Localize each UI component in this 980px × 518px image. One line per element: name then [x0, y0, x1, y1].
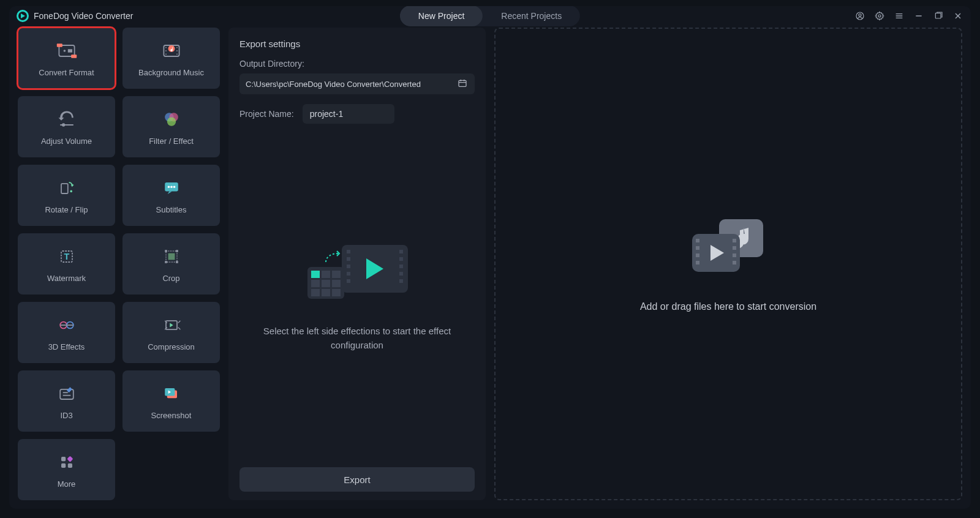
- content-area: Convert Format Background Music Adjust V…: [9, 25, 971, 509]
- titlebar: FoneDog Video Converter New Project Rece…: [9, 6, 971, 25]
- tool-compression[interactable]: Compression: [123, 302, 220, 363]
- svg-rect-75: [322, 280, 330, 287]
- compression-icon: [160, 314, 183, 336]
- svg-rect-71: [311, 271, 320, 278]
- gear-icon[interactable]: [874, 10, 885, 21]
- drop-zone[interactable]: Add or drag files here to start conversi…: [494, 28, 962, 500]
- tool-label: Crop: [162, 274, 179, 283]
- svg-rect-46: [60, 389, 74, 399]
- convert-format-icon: [56, 40, 78, 62]
- tool-id3[interactable]: ID3: [18, 370, 115, 432]
- browse-folder-icon[interactable]: [458, 78, 469, 89]
- tool-label: Compression: [148, 342, 195, 351]
- tool-label: Screenshot: [151, 411, 192, 420]
- svg-rect-52: [67, 456, 73, 462]
- minimize-icon[interactable]: [913, 10, 924, 21]
- svg-rect-78: [322, 289, 330, 296]
- tool-3d-effects[interactable]: 3D Effects: [18, 302, 115, 363]
- svg-rect-14: [71, 54, 77, 58]
- tool-more[interactable]: More: [18, 439, 115, 500]
- tool-label: 3D Effects: [48, 342, 85, 351]
- project-name-label: Project Name:: [239, 109, 294, 119]
- empty-state-text: Select the left side effections to start…: [259, 325, 455, 352]
- svg-rect-38: [165, 250, 167, 252]
- svg-rect-65: [399, 250, 403, 253]
- svg-rect-82: [696, 239, 699, 242]
- tool-label: Watermark: [47, 274, 86, 283]
- header-tabs: New Project Recent Projects: [400, 6, 580, 26]
- svg-point-32: [170, 186, 173, 188]
- app-window: FoneDog Video Converter New Project Rece…: [9, 6, 971, 509]
- more-icon: [56, 451, 78, 473]
- background-music-icon: [160, 40, 183, 62]
- svg-point-19: [176, 47, 178, 48]
- tool-background-music[interactable]: Background Music: [123, 28, 220, 89]
- export-heading: Export settings: [239, 39, 475, 49]
- svg-point-17: [165, 50, 167, 51]
- maximize-icon[interactable]: [933, 10, 944, 21]
- tool-label: ID3: [60, 411, 72, 420]
- tool-rotate-flip[interactable]: Rotate / Flip: [18, 165, 115, 226]
- tool-watermark[interactable]: T Watermark: [18, 233, 115, 295]
- svg-rect-28: [61, 183, 68, 193]
- tool-filter-effect[interactable]: Filter / Effect: [123, 96, 220, 157]
- svg-rect-72: [322, 271, 330, 278]
- tool-adjust-volume[interactable]: Adjust Volume: [18, 96, 115, 157]
- close-icon[interactable]: [952, 10, 963, 21]
- subtitles-icon: [160, 177, 183, 199]
- tool-label: Subtitles: [156, 205, 187, 214]
- screenshot-icon: [160, 383, 183, 405]
- crop-icon: [160, 246, 183, 268]
- tool-label: Filter / Effect: [149, 137, 194, 146]
- svg-rect-13: [56, 43, 62, 47]
- tool-label: Adjust Volume: [41, 137, 92, 146]
- svg-point-24: [61, 123, 64, 126]
- svg-point-33: [173, 186, 175, 188]
- svg-rect-41: [176, 261, 178, 263]
- 3d-effects-icon: [56, 314, 78, 336]
- tool-screenshot[interactable]: Screenshot: [123, 370, 220, 432]
- svg-point-0: [856, 12, 864, 20]
- svg-rect-51: [61, 457, 66, 461]
- svg-rect-55: [459, 80, 466, 86]
- svg-text:T: T: [64, 251, 69, 261]
- output-dir-input[interactable]: C:\Users\pc\FoneDog Video Converter\Conv…: [239, 73, 475, 94]
- svg-rect-53: [61, 463, 66, 467]
- svg-rect-69: [399, 279, 403, 283]
- svg-point-20: [176, 50, 178, 51]
- svg-rect-87: [733, 246, 736, 250]
- tool-crop[interactable]: Crop: [123, 233, 220, 295]
- svg-rect-60: [347, 250, 350, 253]
- output-dir-label: Output Directory:: [239, 59, 475, 69]
- menu-icon[interactable]: [894, 10, 905, 21]
- id3-icon: [56, 383, 78, 405]
- tool-subtitles[interactable]: Subtitles: [123, 165, 220, 226]
- tab-new-project[interactable]: New Project: [400, 6, 483, 26]
- svg-point-11: [63, 50, 66, 52]
- svg-rect-84: [696, 253, 699, 257]
- svg-rect-85: [696, 261, 699, 265]
- window-controls: [854, 10, 963, 21]
- svg-rect-74: [311, 280, 320, 287]
- tab-recent-projects[interactable]: Recent Projects: [483, 6, 580, 26]
- drop-zone-icon: [688, 216, 768, 279]
- export-button[interactable]: Export: [239, 467, 475, 492]
- user-icon[interactable]: [854, 10, 865, 21]
- svg-rect-73: [332, 271, 341, 278]
- svg-rect-12: [67, 49, 72, 52]
- svg-rect-54: [67, 463, 72, 467]
- svg-rect-77: [311, 289, 320, 296]
- tool-convert-format[interactable]: Convert Format: [18, 28, 115, 89]
- svg-rect-76: [332, 280, 341, 287]
- rotate-flip-icon: [56, 177, 78, 199]
- drop-zone-text: Add or drag files here to start conversi…: [640, 301, 816, 312]
- svg-rect-67: [399, 265, 403, 268]
- empty-state: Select the left side effections to start…: [239, 124, 475, 460]
- svg-point-31: [167, 186, 170, 188]
- app-title: FoneDog Video Converter: [34, 11, 133, 21]
- project-name-input[interactable]: project-1: [303, 104, 394, 124]
- svg-rect-39: [176, 250, 178, 252]
- svg-point-2: [878, 15, 881, 17]
- svg-rect-79: [332, 289, 341, 296]
- empty-state-icon: [299, 231, 415, 307]
